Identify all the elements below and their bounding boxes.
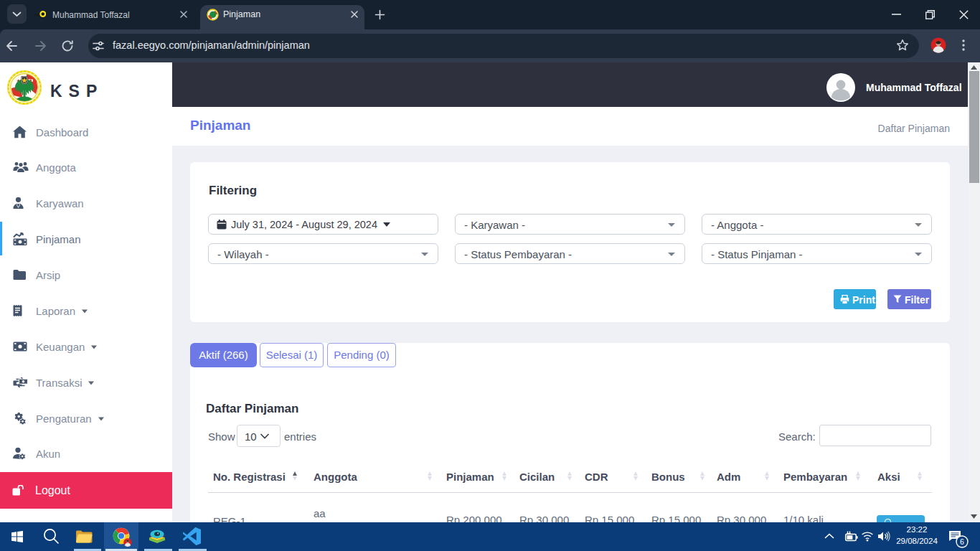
svg-text:6: 6 bbox=[960, 537, 964, 546]
